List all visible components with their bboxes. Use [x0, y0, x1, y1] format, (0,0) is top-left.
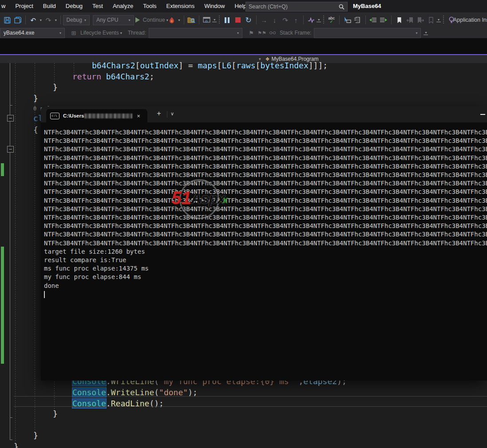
indent-guide: [54, 381, 55, 410]
change-bar: [1, 163, 4, 176]
collapse-region-button[interactable]: –: [7, 146, 14, 153]
code-line: }: [33, 93, 38, 104]
menu-item-build[interactable]: Build: [38, 0, 61, 12]
stack-frame-select[interactable]: ▾: [314, 28, 421, 38]
code-line: {: [33, 125, 38, 135]
solution-config-select[interactable]: Debug▾: [63, 15, 90, 25]
undo-dropdown-caret[interactable]: ▾: [39, 18, 43, 22]
console-line: NTFhc3B4NTFhc3B4NTFhc3B4NTFhc3B4NTFhc3B4…: [44, 188, 487, 196]
console-line: NTFhc3B4NTFhc3B4NTFhc3B4NTFhc3B4NTFhc3B4…: [44, 222, 487, 230]
console-line: NTFhc3B4NTFhc3B4NTFhc3B4NTFhc3B4NTFhc3B4…: [44, 230, 487, 239]
list-arrow-left-icon[interactable]: [368, 15, 378, 25]
tab-dropdown-icon[interactable]: ∨: [170, 111, 174, 117]
menu-item-window[interactable]: Window: [199, 0, 230, 12]
lifecycle-events-label[interactable]: Lifecycle Events: [80, 30, 119, 36]
standard-toolbar: ↶ ▾ ↷ ▾ Debug▾ Any CPU▾ Continue ▾ ▾ ⌂ ▾…: [0, 12, 487, 28]
save-icon[interactable]: [2, 15, 12, 25]
select-element-icon[interactable]: [342, 15, 352, 25]
visual-studio-window: { "menubar": { "items": ["w", "Project",…: [0, 0, 487, 448]
continue-button[interactable]: Continue ▾: [139, 15, 166, 25]
navigate-window-icon[interactable]: ⌂: [202, 15, 212, 25]
console-line: my func proc elapse:844 ms: [44, 273, 487, 281]
stop-debugging-icon[interactable]: [233, 15, 243, 25]
lifecycle-events-caret[interactable]: ▾: [119, 31, 123, 35]
redo-dropdown-caret[interactable]: ▾: [54, 18, 58, 22]
terminal-tab-bar: c:\ C:\Users × + ∨: [41, 106, 487, 122]
lifecycle-events-icon[interactable]: ⊞: [68, 28, 79, 38]
save-all-icon[interactable]: [12, 15, 23, 25]
toolbar-options-caret[interactable]: ▾: [212, 18, 217, 22]
menu-item-test[interactable]: Test: [87, 0, 108, 12]
step-over-icon[interactable]: ↷: [280, 15, 290, 25]
menu-bar: w Project Build Debug Test Analyze Tools…: [0, 0, 487, 12]
change-bar: [1, 247, 4, 364]
threads-source-icon[interactable]: [267, 28, 278, 38]
search-icon: [339, 4, 344, 10]
new-tab-button[interactable]: +: [154, 110, 164, 118]
step-into-icon[interactable]: ↓: [269, 15, 280, 25]
tabbar-separator: [167, 111, 167, 118]
thread-select[interactable]: ▾: [149, 28, 242, 38]
debug-toolbar-overflow-caret[interactable]: ▾: [424, 31, 428, 35]
console-line: NTFhc3B4NTFhc3B4NTFhc3B4NTFhc3B4NTFhc3B4…: [44, 154, 487, 162]
console-output[interactable]: NTFhc3B4NTFhc3B4NTFhc3B4NTFhc3B4NTFhc3B4…: [41, 122, 487, 381]
console-line: NTFhc3B4NTFhc3B4NTFhc3B4NTFhc3B4NTFhc3B4…: [44, 145, 487, 153]
prev-bookmark-icon[interactable]: [404, 15, 415, 25]
step-out-icon[interactable]: ↑: [290, 15, 301, 25]
menu-item-tools[interactable]: Tools: [138, 0, 161, 12]
clear-bookmarks-icon[interactable]: [426, 15, 436, 25]
window-background-band: [0, 38, 487, 54]
abc-check-icon[interactable]: abc ✓: [326, 15, 337, 25]
search-input[interactable]: Search (Ctrl+Q): [245, 2, 348, 12]
show-next-statement-icon[interactable]: →: [258, 15, 269, 25]
current-line-border: [14, 406, 487, 407]
undo-icon[interactable]: ↶: [28, 15, 39, 25]
diagnostics-options-caret[interactable]: ▾: [317, 18, 321, 22]
code-line: Console.ReadLine();: [72, 398, 164, 409]
find-in-files-icon[interactable]: [186, 15, 197, 25]
menu-item-debug[interactable]: Debug: [61, 0, 87, 12]
stack-frame-label: Stack Frame:: [280, 30, 311, 36]
fold-tick: [10, 105, 12, 106]
code-line: }: [33, 430, 38, 441]
console-line: NTFhc3B4NTFhc3B4NTFhc3B4NTFhc3B4NTFhc3B4…: [44, 213, 487, 222]
break-all-icon[interactable]: [222, 15, 233, 25]
platform-select[interactable]: Any CPU▾: [93, 15, 134, 25]
play-icon: [135, 17, 140, 23]
collapse-region-button[interactable]: –: [7, 115, 14, 122]
next-bookmark-icon[interactable]: [415, 15, 426, 25]
svg-text:⌂: ⌂: [205, 19, 208, 23]
thread-label: Thread:: [128, 30, 146, 36]
diagnostic-tools-icon[interactable]: [306, 15, 317, 25]
close-tab-icon[interactable]: ×: [137, 113, 140, 119]
application-insights-label[interactable]: Application Insi: [457, 15, 487, 25]
console-cursor: [44, 291, 45, 298]
code-line: }: [53, 82, 58, 93]
process-select[interactable]: yBase64.exe▾: [0, 28, 65, 38]
element-properties-icon[interactable]: [352, 15, 363, 25]
list-arrow-right-icon[interactable]: [378, 15, 389, 25]
console-line: target file size:1260 bytes: [44, 248, 487, 256]
console-window: c:\ C:\Users × + ∨ NTFhc3B4NTFhc3B4NTFhc…: [41, 106, 487, 381]
menu-item-project[interactable]: Project: [10, 0, 38, 12]
hot-reload-dropdown-caret[interactable]: ▾: [177, 18, 182, 22]
menu-item-extensions[interactable]: Extensions: [162, 0, 200, 12]
code-line: }: [53, 409, 58, 419]
fold-tick: [10, 417, 12, 418]
indent-guide: [15, 63, 16, 444]
menu-item-view[interactable]: w: [0, 0, 10, 12]
bookmark-options-caret[interactable]: ▾: [436, 18, 441, 22]
flag-icon[interactable]: ⚑: [246, 28, 257, 38]
flagged-threads-icon[interactable]: ⚑⚑: [257, 28, 267, 38]
menu-item-analyze[interactable]: Analyze: [108, 0, 138, 12]
hot-reload-icon[interactable]: [166, 15, 177, 25]
terminal-tab[interactable]: c:\ C:\Users ×: [46, 109, 147, 122]
minimize-icon[interactable]: [480, 114, 485, 115]
console-line: NTFhc3B4NTFhc3B4NTFhc3B4NTFhc3B4NTFhc3B4…: [44, 171, 487, 179]
console-line: NTFhc3B4NTFhc3B4NTFhc3B4NTFhc3B4NTFhc3B4…: [44, 179, 487, 188]
console-line: NTFhc3B4NTFhc3B4NTFhc3B4NTFhc3B4NTFhc3B4…: [44, 128, 487, 137]
redo-icon[interactable]: ↷: [43, 15, 54, 25]
bookmark-icon[interactable]: [394, 15, 404, 25]
restart-icon[interactable]: ↻: [243, 15, 254, 25]
console-line: NTFhc3B4NTFhc3B4NTFhc3B4NTFhc3B4NTFhc3B4…: [44, 239, 487, 248]
